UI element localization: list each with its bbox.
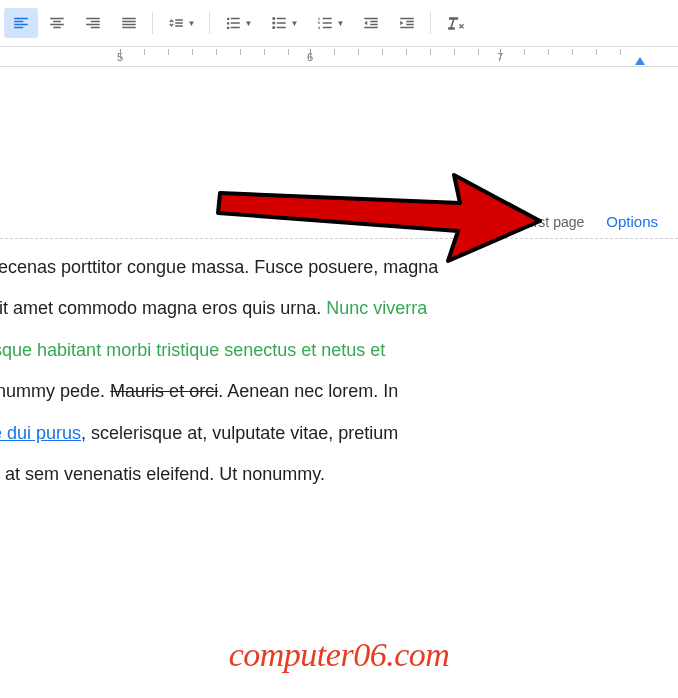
checklist-icon (224, 14, 242, 32)
green-text: ellentesque habitant morbi tristique sen… (0, 340, 385, 360)
green-text: Nunc viverra (326, 298, 427, 318)
document-body-text[interactable]: elit. Maecenas porttitor congue massa. F… (0, 239, 678, 495)
bulleted-list-button[interactable]: ▼ (262, 8, 306, 38)
svg-point-0 (272, 17, 275, 20)
separator (152, 12, 153, 34)
clear-formatting-icon (444, 13, 464, 33)
hyperlink-text: endisse dui purus (0, 423, 81, 443)
text-line: ellentesque habitant morbi tristique sen… (0, 330, 658, 371)
chevron-down-icon: ▼ (337, 19, 345, 28)
checklist-button[interactable]: ▼ (216, 8, 260, 38)
text-line: ibero, sit amet commodo magna eros quis … (0, 288, 658, 329)
text-line: etra nonummy pede. Mauris et orci. Aenea… (0, 371, 658, 412)
align-justify-icon (120, 14, 138, 32)
align-left-button[interactable] (4, 8, 38, 38)
indent-decrease-icon (362, 14, 380, 32)
text-line: elit. Maecenas porttitor congue massa. F… (0, 247, 658, 288)
indent-decrease-button[interactable] (354, 8, 388, 38)
checkbox-icon (445, 213, 462, 230)
watermark: computer06.com (229, 636, 450, 674)
chevron-down-icon: ▼ (188, 19, 196, 28)
line-spacing-icon (167, 14, 185, 32)
ruler[interactable]: 5 6 7 (0, 47, 678, 67)
clear-formatting-button[interactable] (437, 8, 471, 38)
separator (209, 12, 210, 34)
bulleted-list-icon (270, 14, 288, 32)
svg-point-1 (272, 22, 275, 25)
text-line: t neque at sem venenatis eleifend. Ut no… (0, 454, 658, 495)
align-justify-button[interactable] (112, 8, 146, 38)
numbered-list-icon (316, 14, 334, 32)
align-center-icon (48, 14, 66, 32)
chevron-down-icon: ▼ (291, 19, 299, 28)
toolbar: ▼ ▼ ▼ ▼ (0, 0, 678, 47)
align-right-button[interactable] (76, 8, 110, 38)
line-spacing-button[interactable]: ▼ (159, 8, 203, 38)
svg-point-2 (272, 26, 275, 29)
different-first-page-checkbox[interactable]: Different first page (445, 213, 584, 230)
checkbox-label: Different first page (470, 214, 584, 230)
document-area: Different first page Options elit. Maece… (0, 67, 678, 495)
align-center-button[interactable] (40, 8, 74, 38)
indent-increase-button[interactable] (390, 8, 424, 38)
align-right-icon (84, 14, 102, 32)
ruler-right-indent-marker[interactable] (635, 57, 645, 65)
chevron-down-icon: ▼ (245, 19, 253, 28)
text-line: endisse dui purus, scelerisque at, vulpu… (0, 413, 658, 454)
header-options-bar: Different first page Options (0, 207, 678, 239)
strikethrough-text: Mauris et orci (110, 381, 218, 401)
numbered-list-button[interactable]: ▼ (308, 8, 352, 38)
align-left-icon (12, 14, 30, 32)
indent-increase-icon (398, 14, 416, 32)
options-link[interactable]: Options (606, 213, 658, 230)
separator (430, 12, 431, 34)
